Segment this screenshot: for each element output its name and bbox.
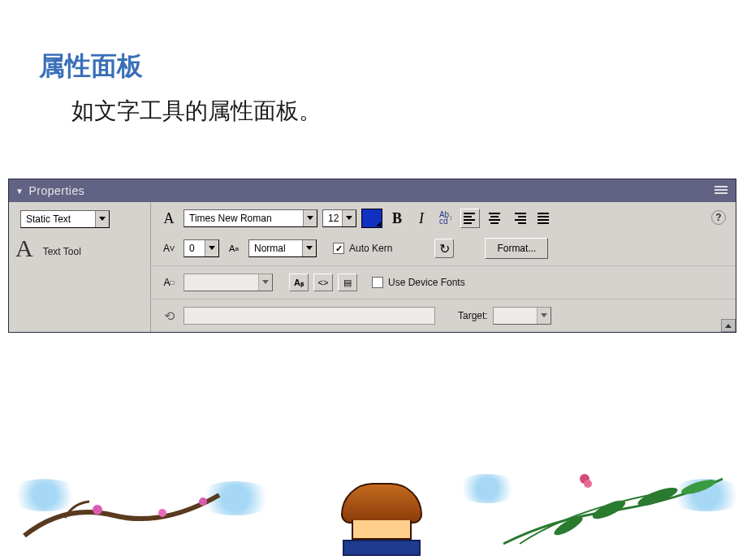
char-spacing-icon: A V [159, 239, 179, 258]
use-device-fonts-checkbox[interactable] [372, 277, 383, 288]
auto-kern-label: Auto Kern [349, 243, 392, 254]
slide-title: 属性面板 [39, 49, 143, 84]
target-dropdown [493, 307, 551, 325]
bold-button[interactable]: B [387, 209, 407, 228]
slide-subtitle: 如文字工具的属性面板。 [71, 96, 322, 127]
font-size-value: 12 [323, 213, 342, 224]
line-type-dropdown [184, 274, 273, 291]
dropdown-arrow-icon[interactable] [342, 210, 356, 226]
font-family-dropdown[interactable]: Times New Roman [184, 209, 317, 227]
font-icon: A [159, 209, 179, 228]
panel-menu-icon[interactable] [715, 184, 728, 196]
link-icon: ⟲ [159, 306, 179, 325]
text-tool-icon: A [15, 235, 33, 262]
rotation-button[interactable]: ↻ [434, 239, 454, 258]
align-center-button[interactable] [485, 209, 504, 228]
panel-header[interactable]: ▼ Properties [9, 179, 736, 202]
font-family-value: Times New Roman [184, 213, 303, 224]
char-position-value: Normal [249, 243, 302, 254]
align-right-button[interactable] [509, 209, 529, 228]
selectable-button[interactable]: Aᵦ [289, 274, 309, 291]
target-label: Target: [458, 310, 488, 321]
char-spacing-input[interactable]: 0 [184, 239, 219, 257]
decorative-footer [0, 463, 747, 560]
text-color-swatch[interactable] [361, 209, 382, 228]
char-position-dropdown[interactable]: Normal [248, 239, 317, 257]
border-button[interactable]: ▤ [338, 274, 357, 291]
selectable-icon: A□ [159, 273, 179, 292]
svg-point-2 [199, 498, 207, 506]
dropdown-arrow-icon[interactable] [302, 240, 316, 256]
url-input [184, 307, 435, 325]
italic-button[interactable]: I [412, 209, 431, 228]
selectable-row: A□ Aᵦ <> ▤ Use Device Fonts [151, 266, 736, 299]
dropdown-arrow-icon[interactable] [205, 240, 218, 256]
align-justify-button[interactable] [533, 209, 553, 228]
svg-point-4 [636, 485, 680, 510]
font-size-dropdown[interactable]: 12 [322, 209, 356, 227]
svg-point-6 [552, 514, 585, 538]
character-sprite [337, 483, 426, 560]
expand-panel-button[interactable] [721, 319, 736, 332]
dropdown-arrow-icon[interactable] [95, 211, 109, 227]
svg-point-3 [590, 497, 628, 522]
dropdown-arrow-icon[interactable] [303, 210, 317, 226]
panel-title: Properties [28, 184, 84, 197]
dropdown-arrow-icon [258, 274, 272, 291]
svg-point-1 [158, 509, 166, 517]
align-left-button[interactable] [460, 209, 480, 228]
collapse-triangle-icon[interactable]: ▼ [15, 187, 24, 196]
spacing-row: A V 0 Aa Normal ✓ Auto Kern ↻ Format... [151, 231, 736, 266]
text-direction-button[interactable]: Abcd↕ [436, 209, 456, 228]
format-button[interactable]: Format... [485, 238, 548, 259]
svg-point-7 [580, 474, 589, 484]
tool-label: Text Tool [43, 246, 81, 257]
auto-kern-checkbox[interactable]: ✓ [333, 243, 344, 254]
dropdown-arrow-icon [537, 308, 551, 324]
svg-point-0 [93, 505, 102, 515]
text-type-value: Static Text [21, 213, 95, 225]
properties-panel: ▼ Properties Static Text A Text Tool ? A [8, 179, 736, 333]
svg-point-5 [680, 476, 717, 497]
render-html-button[interactable]: <> [313, 274, 333, 291]
svg-point-8 [584, 480, 592, 488]
char-position-icon: Aa [224, 239, 244, 258]
font-row: A Times New Roman 12 B I Abcd↕ [151, 202, 736, 231]
text-type-dropdown[interactable]: Static Text [20, 210, 110, 228]
url-row: ⟲ Target: [151, 299, 736, 332]
text-type-section: Static Text A Text Tool [9, 202, 151, 332]
use-device-fonts-label: Use Device Fonts [388, 277, 465, 288]
help-icon[interactable]: ? [711, 210, 726, 225]
char-spacing-value: 0 [184, 243, 205, 254]
